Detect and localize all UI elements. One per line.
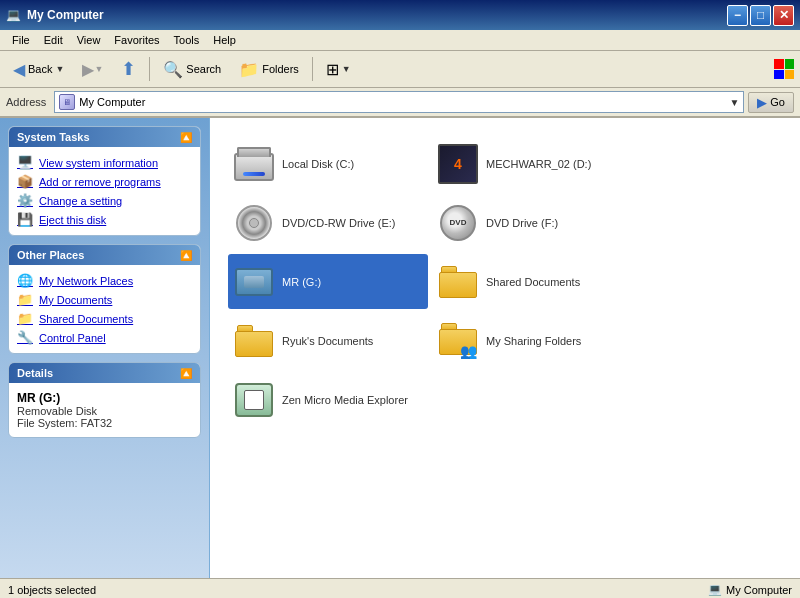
up-button[interactable]: ⬆	[114, 54, 143, 84]
title-bar-title: My Computer	[27, 8, 104, 22]
details-header[interactable]: Details 🔼	[9, 363, 200, 383]
file-item-mechwarr[interactable]: 4 MECHWARR_02 (D:)	[432, 136, 632, 191]
link-view-system-info[interactable]: 🖥️ View system information	[13, 153, 196, 172]
menu-view[interactable]: View	[71, 32, 107, 48]
details-drive-type: Removable Disk	[17, 405, 192, 417]
file-item-ryuks-docs[interactable]: Ryuk's Documents	[228, 313, 428, 368]
back-dropdown-icon[interactable]: ▼	[55, 64, 64, 74]
link-my-documents[interactable]: 📁 My Documents	[13, 290, 196, 309]
file-item-shared-docs[interactable]: Shared Documents	[432, 254, 632, 309]
details-panel: Details 🔼 MR (G:) Removable Disk File Sy…	[8, 362, 201, 438]
mr-g-label: MR (G:)	[282, 276, 321, 288]
mr-g-icon	[234, 262, 274, 302]
eject-icon: 💾	[17, 212, 33, 227]
my-sharing-icon: 👥	[438, 321, 478, 361]
sidebar: System Tasks 🔼 🖥️ View system informatio…	[0, 118, 210, 578]
folders-label: Folders	[262, 63, 299, 75]
back-label: Back	[28, 63, 52, 75]
link-change-setting[interactable]: ⚙️ Change a setting	[13, 191, 196, 210]
search-label: Search	[186, 63, 221, 75]
address-value: My Computer	[79, 96, 145, 108]
go-arrow-icon: ▶	[757, 95, 767, 110]
file-item-local-disk[interactable]: Local Disk (C:)	[228, 136, 428, 191]
network-icon: 🌐	[17, 273, 33, 288]
link-control-panel-label: Control Panel	[39, 332, 106, 344]
ryuks-docs-icon	[234, 321, 274, 361]
status-mycomp-icon: 💻	[708, 583, 722, 596]
shared-docs-sidebar-icon: 📁	[17, 311, 33, 326]
dvdcd-icon	[234, 203, 274, 243]
other-places-header[interactable]: Other Places 🔼	[9, 245, 200, 265]
link-control-panel[interactable]: 🔧 Control Panel	[13, 328, 196, 347]
system-tasks-collapse-icon[interactable]: 🔼	[180, 132, 192, 143]
back-button[interactable]: ◀ Back ▼	[6, 56, 71, 83]
menu-bar: File Edit View Favorites Tools Help	[0, 30, 800, 51]
folders-button[interactable]: 📁 Folders	[232, 56, 306, 83]
toolbar: ◀ Back ▼ ▶ ▼ ⬆ 🔍 Search 📁 Folders ⊞ ▼	[0, 51, 800, 88]
menu-favorites[interactable]: Favorites	[108, 32, 165, 48]
link-change-setting-label: Change a setting	[39, 195, 122, 207]
status-right-label: My Computer	[726, 584, 792, 596]
main-layout: System Tasks 🔼 🖥️ View system informatio…	[0, 118, 800, 578]
system-tasks-header[interactable]: System Tasks 🔼	[9, 127, 200, 147]
shared-docs-icon	[438, 262, 478, 302]
maximize-button[interactable]: □	[750, 5, 771, 26]
my-documents-icon: 📁	[17, 292, 33, 307]
mechwarr-icon: 4	[438, 144, 478, 184]
file-item-zen[interactable]: Zen Micro Media Explorer	[228, 372, 428, 427]
file-item-dvd[interactable]: DVD DVD Drive (F:)	[432, 195, 632, 250]
close-button[interactable]: ✕	[773, 5, 794, 26]
details-title-header: Details	[17, 367, 53, 379]
link-add-remove-label: Add or remove programs	[39, 176, 161, 188]
menu-tools[interactable]: Tools	[168, 32, 206, 48]
status-bar: 1 objects selected 💻 My Computer	[0, 578, 800, 598]
system-tasks-panel: System Tasks 🔼 🖥️ View system informatio…	[8, 126, 201, 236]
shared-docs-label: Shared Documents	[486, 276, 580, 288]
link-shared-documents[interactable]: 📁 Shared Documents	[13, 309, 196, 328]
control-panel-icon: 🔧	[17, 330, 33, 345]
system-tasks-body: 🖥️ View system information 📦 Add or remo…	[9, 147, 200, 235]
file-item-my-sharing[interactable]: 👥 My Sharing Folders	[432, 313, 632, 368]
file-item-mr-g[interactable]: MR (G:)	[228, 254, 428, 309]
address-input[interactable]: 🖥 My Computer ▼	[54, 91, 744, 113]
go-button[interactable]: ▶ Go	[748, 92, 794, 113]
status-left: 1 objects selected	[8, 584, 96, 596]
link-network-label: My Network Places	[39, 275, 133, 287]
status-right: 💻 My Computer	[708, 583, 792, 596]
link-add-remove[interactable]: 📦 Add or remove programs	[13, 172, 196, 191]
zen-media-icon	[235, 383, 273, 417]
title-bar-icon: 💻	[6, 8, 21, 22]
system-tasks-title: System Tasks	[17, 131, 90, 143]
go-label: Go	[770, 96, 785, 108]
link-network-places[interactable]: 🌐 My Network Places	[13, 271, 196, 290]
forward-button[interactable]: ▶ ▼	[75, 56, 110, 83]
menu-help[interactable]: Help	[207, 32, 242, 48]
dvd-label: DVD Drive (F:)	[486, 217, 558, 229]
usb-drive-icon	[235, 268, 273, 296]
link-eject-disk[interactable]: 💾 Eject this disk	[13, 210, 196, 229]
address-dropdown-icon[interactable]: ▼	[729, 97, 739, 108]
minimize-button[interactable]: −	[727, 5, 748, 26]
folders-icon: 📁	[239, 60, 259, 79]
file-item-dvdcd[interactable]: DVD/CD-RW Drive (E:)	[228, 195, 428, 250]
other-places-title: Other Places	[17, 249, 84, 261]
my-sharing-label: My Sharing Folders	[486, 335, 581, 347]
menu-edit[interactable]: Edit	[38, 32, 69, 48]
local-disk-label: Local Disk (C:)	[282, 158, 354, 170]
back-arrow-icon: ◀	[13, 60, 25, 79]
search-button[interactable]: 🔍 Search	[156, 56, 228, 83]
details-filesystem: File System: FAT32	[17, 417, 192, 429]
other-places-collapse-icon[interactable]: 🔼	[180, 250, 192, 261]
views-dropdown-icon[interactable]: ▼	[342, 64, 351, 74]
title-bar: 💻 My Computer − □ ✕	[0, 0, 800, 30]
details-collapse-icon[interactable]: 🔼	[180, 368, 192, 379]
forward-dropdown-icon[interactable]: ▼	[94, 64, 103, 74]
other-places-panel: Other Places 🔼 🌐 My Network Places 📁 My …	[8, 244, 201, 354]
views-button[interactable]: ⊞ ▼	[319, 56, 358, 83]
menu-file[interactable]: File	[6, 32, 36, 48]
up-arrow-icon: ⬆	[121, 58, 136, 80]
ryuks-docs-label: Ryuk's Documents	[282, 335, 373, 347]
local-disk-icon	[234, 144, 274, 184]
shared-folder-body	[439, 266, 477, 298]
zen-icon	[234, 380, 274, 420]
